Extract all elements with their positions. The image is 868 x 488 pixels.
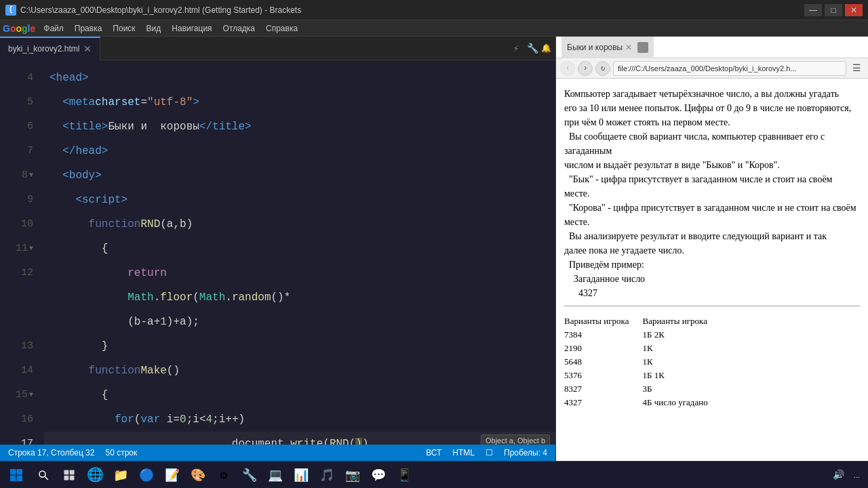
taskbar-app4-icon[interactable]: ⚙️ bbox=[212, 463, 236, 487]
guess-8327: 8327 bbox=[564, 382, 642, 396]
preview-divider bbox=[564, 306, 860, 306]
code-line-8: <body> bbox=[44, 163, 555, 188]
live-preview-icon[interactable]: ⚡ bbox=[509, 41, 523, 55]
table-row: 5376 1Б 1К bbox=[564, 369, 722, 382]
taskbar-app7-icon[interactable]: 📊 bbox=[289, 463, 313, 487]
table-row: 8327 3Б bbox=[564, 382, 722, 396]
windows-logo-icon bbox=[9, 468, 23, 482]
line-num-13: 13 bbox=[3, 334, 41, 359]
title-bar: { C:\Users\zaaza_000\Desktop\byki_i_koro… bbox=[0, 0, 868, 20]
code-line-12c: (b-a+1)+a); bbox=[44, 310, 555, 334]
editor-tab-bar: byki_i_korovy2.html ✕ ⚡ 🔧 🔔 bbox=[0, 37, 555, 60]
code-line-6: <title>Быки и коровы</title> bbox=[44, 115, 555, 139]
line-num-15: 15 ▼ bbox=[3, 383, 41, 407]
code-editor: 4 5 6 7 8 ▼ 9 10 11 ▼ 12 . . 13 14 15 ▼ bbox=[0, 60, 555, 445]
taskbar-app6-icon[interactable]: 💻 bbox=[263, 463, 288, 487]
maximize-button[interactable]: □ bbox=[825, 4, 842, 16]
preview-description: Компьютер загадывает четырёхзначное числ… bbox=[564, 87, 860, 300]
preview-table: Варианты игрока Варианты игрока 7384 1Б … bbox=[564, 314, 722, 409]
encoding-status: ВСТ bbox=[426, 448, 441, 458]
taskbar-app3-icon[interactable]: 🎨 bbox=[186, 463, 210, 487]
svg-rect-9 bbox=[70, 475, 75, 480]
title-bar-left: { C:\Users\zaaza_000\Desktop\byki_i_koro… bbox=[5, 5, 301, 16]
menu-file[interactable]: Файл bbox=[38, 20, 69, 37]
svg-rect-7 bbox=[70, 470, 75, 474]
editor-tab[interactable]: byki_i_korovy2.html ✕ bbox=[0, 37, 100, 60]
preview-content: Компьютер загадывает четырёхзначное числ… bbox=[556, 79, 868, 461]
line-num-16: 16 bbox=[3, 407, 41, 432]
checkbox-status: ☐ bbox=[486, 448, 493, 458]
taskbar-chrome-icon[interactable]: 🌐 bbox=[83, 463, 107, 487]
language-status[interactable]: HTML bbox=[452, 448, 475, 458]
svg-rect-6 bbox=[64, 470, 69, 474]
total-lines-status: 50 строк bbox=[105, 448, 137, 458]
back-button[interactable]: ‹ bbox=[560, 61, 575, 76]
taskbar-right: 🔊 ... bbox=[827, 463, 865, 487]
code-line-7: </head> bbox=[44, 139, 555, 163]
browser-nav-bar: ‹ › ↻ file:///C:/Users/zaaza_000/Desktop… bbox=[556, 58, 868, 79]
taskbar-search-icon[interactable] bbox=[31, 463, 56, 487]
menu-search[interactable]: Поиск bbox=[107, 20, 140, 37]
extension-icon[interactable]: 🔧 bbox=[526, 41, 539, 55]
taskbar: 🌐 📁 🔵 📝 🎨 ⚙️ 🔧 💻 📊 🎵 📷 💬 📱 🔊 ... bbox=[0, 461, 868, 488]
forward-button[interactable]: › bbox=[578, 61, 593, 76]
refresh-button[interactable]: ↻ bbox=[595, 61, 610, 76]
line-numbers: 4 5 6 7 8 ▼ 9 10 11 ▼ 12 . . 13 14 15 ▼ bbox=[0, 60, 44, 445]
line-num-8: 8 ▼ bbox=[3, 163, 41, 188]
line-num-10: 10 bbox=[3, 212, 41, 237]
preview-tab[interactable]: Быки и коровы ✕ bbox=[561, 37, 654, 58]
menu-edit[interactable]: Правка bbox=[69, 20, 108, 37]
svg-rect-0 bbox=[10, 469, 16, 475]
taskbar-app8-icon[interactable]: 🎵 bbox=[315, 463, 339, 487]
menu-help[interactable]: Справка bbox=[260, 20, 303, 37]
code-line-12b: Math.floor(Math.random()* bbox=[44, 285, 555, 310]
table-row: 5648 1К bbox=[564, 355, 722, 369]
taskbar-taskview-icon[interactable] bbox=[57, 463, 81, 487]
line-num-4: 4 bbox=[3, 66, 41, 90]
result-8327: 3Б bbox=[642, 382, 721, 396]
bell-icon[interactable]: 🔔 bbox=[539, 41, 553, 55]
status-left: Строка 17, Столбец 32 50 строк bbox=[8, 448, 137, 458]
taskbar-app10-icon[interactable]: 💬 bbox=[366, 463, 391, 487]
line-num-12: 12 bbox=[3, 261, 41, 285]
preview-new-tab-icon[interactable] bbox=[637, 42, 648, 53]
window-title: C:\Users\zaaza_000\Desktop\byki_i_korovy… bbox=[20, 5, 301, 15]
spaces-status: Пробелы: 4 bbox=[504, 448, 547, 458]
url-bar[interactable]: file:///C:/Users/zaaza_000/Desktop/byki_… bbox=[613, 61, 846, 76]
svg-line-5 bbox=[45, 476, 48, 480]
guess-4327: 4327 bbox=[564, 396, 642, 409]
code-line-16: for(var i=0;i<4;i++) bbox=[44, 407, 555, 432]
line-col-status: Строка 17, Столбец 32 bbox=[8, 448, 94, 458]
guess-5376: 5376 bbox=[564, 369, 642, 382]
line-num-6: 6 bbox=[3, 115, 41, 139]
content-area: byki_i_korovy2.html ✕ ⚡ 🔧 🔔 4 5 6 bbox=[0, 37, 868, 461]
tab-close-button[interactable]: ✕ bbox=[83, 43, 92, 54]
start-button[interactable] bbox=[3, 463, 30, 487]
line-num-17: 17 bbox=[3, 432, 41, 445]
taskbar-explorer-icon[interactable]: 📁 bbox=[108, 463, 133, 487]
taskbar-app9-icon[interactable]: 📷 bbox=[340, 463, 365, 487]
taskbar-app11-icon[interactable]: 📱 bbox=[392, 463, 416, 487]
preview-panel: Быки и коровы ✕ ‹ › ↻ file:///C:/Users/z… bbox=[556, 37, 868, 461]
editor-content[interactable]: 4 5 6 7 8 ▼ 9 10 11 ▼ 12 . . 13 14 15 ▼ bbox=[0, 60, 555, 445]
close-button[interactable]: ✕ bbox=[845, 4, 863, 16]
line-num-14: 14 bbox=[3, 359, 41, 383]
browser-menu-button[interactable]: ☰ bbox=[849, 61, 864, 76]
preview-tab-close[interactable]: ✕ bbox=[625, 43, 632, 52]
menu-nav[interactable]: Навигация bbox=[166, 20, 217, 37]
minimize-button[interactable]: — bbox=[804, 4, 822, 16]
svg-point-4 bbox=[39, 471, 45, 477]
menu-view[interactable]: Вид bbox=[141, 20, 167, 37]
taskbar-app1-icon[interactable]: 🔵 bbox=[134, 463, 159, 487]
svg-rect-1 bbox=[17, 469, 23, 475]
preview-tab-bar: Быки и коровы ✕ bbox=[556, 37, 868, 58]
line-num-11: 11 ▼ bbox=[3, 237, 41, 261]
taskbar-tray-icon[interactable]: 🔊 bbox=[827, 463, 851, 487]
app-icon: { bbox=[5, 5, 16, 16]
line-num-5: 5 bbox=[3, 90, 41, 115]
taskbar-app5-icon[interactable]: 🔧 bbox=[237, 463, 262, 487]
guess-2190: 2190 bbox=[564, 342, 642, 355]
taskbar-app2-icon[interactable]: 📝 bbox=[160, 463, 184, 487]
menu-debug[interactable]: Отладка bbox=[218, 20, 260, 37]
taskbar-icons: 🌐 📁 🔵 📝 🎨 ⚙️ 🔧 💻 📊 🎵 📷 💬 📱 bbox=[31, 463, 416, 487]
